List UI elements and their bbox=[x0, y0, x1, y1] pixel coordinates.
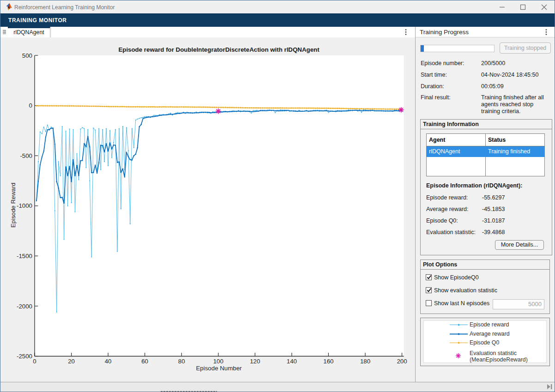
svg-text:(MeanEpisodeReward): (MeanEpisodeReward) bbox=[470, 356, 528, 363]
svg-text:Episode Reward: Episode Reward bbox=[10, 183, 17, 228]
svg-text:-2500: -2500 bbox=[17, 353, 32, 360]
svg-text:0: 0 bbox=[29, 102, 32, 109]
svg-text:Episode Number: Episode Number bbox=[196, 365, 242, 372]
svg-text:80: 80 bbox=[178, 358, 185, 365]
svg-text:Episode reward for DoubleInteg: Episode reward for DoubleIntegratorDiscr… bbox=[118, 46, 320, 53]
svg-text:Episode Q0: Episode Q0 bbox=[470, 339, 499, 346]
svg-text:-1000: -1000 bbox=[17, 202, 32, 209]
svg-text:120: 120 bbox=[250, 358, 260, 365]
svg-text:Average reward: Average reward bbox=[470, 331, 510, 337]
svg-text:180: 180 bbox=[360, 358, 370, 365]
svg-text:140: 140 bbox=[287, 358, 297, 365]
svg-text:-500: -500 bbox=[20, 152, 32, 159]
svg-text:200: 200 bbox=[397, 358, 407, 365]
svg-text:500: 500 bbox=[22, 52, 32, 59]
svg-text:160: 160 bbox=[323, 358, 333, 365]
svg-text:-1500: -1500 bbox=[17, 253, 32, 259]
svg-text:0: 0 bbox=[33, 358, 36, 365]
svg-text:20: 20 bbox=[68, 358, 75, 365]
svg-text:100: 100 bbox=[213, 358, 223, 365]
svg-text:-2000: -2000 bbox=[17, 303, 32, 310]
svg-text:Evaluation statistic: Evaluation statistic bbox=[470, 350, 517, 356]
svg-text:Episode reward: Episode reward bbox=[470, 321, 509, 328]
svg-text:60: 60 bbox=[141, 358, 148, 365]
svg-text:40: 40 bbox=[105, 358, 112, 365]
